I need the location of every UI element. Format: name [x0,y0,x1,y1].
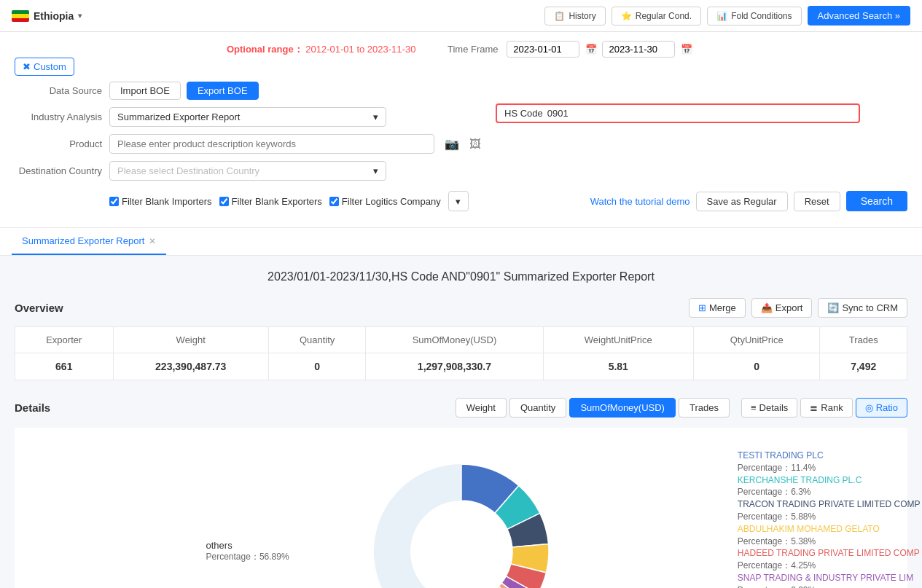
date-to-input[interactable] [602,41,675,58]
chevron-down-icon: ▾ [78,12,82,20]
source-buttons: Import BOE Export BOE [109,82,259,100]
overview-val-weight: 223,390,487.73 [113,353,268,380]
date-from-display [507,44,582,55]
donut-chart [352,442,571,588]
data-source-label: Data Source [15,85,102,96]
overview-col-trades: Trades [820,327,907,353]
history-icon: 📋 [554,11,565,21]
destination-select[interactable]: Please select Destination Country ▾ [109,161,386,181]
overview-val-exporter: 661 [15,353,114,380]
filter-logistics[interactable]: Filter Logitics Company [329,196,441,207]
chevron-down-icon: ▾ [373,111,378,122]
sync-crm-button[interactable]: 🔄 Sync to CRM [818,298,907,318]
product-label: Product [15,138,102,149]
overview-header: Overview ⊞ Merge 📤 Export 🔄 Sync to CRM [15,298,907,318]
legend-item: TESTI TRADING PLCPercentage：11.4% [738,450,921,474]
details-header: Details WeightQuantitySumOfMoney(USD)Tra… [15,398,907,418]
data-source-row: Data Source Import BOE Export BOE [15,82,481,100]
flag-icon [12,10,29,22]
chart-container: others Percentage：56.89% TESTI TRADING P… [15,428,907,588]
hs-code-label: HS Code [504,108,543,119]
optional-range-value: 2012-01-01 to 2023-11-30 [305,44,415,55]
chevron-down-icon: ▾ [373,165,378,176]
overview-val-quantity: 0 [268,353,365,380]
filters: Filter Blank Importers Filter Blank Expo… [109,191,469,211]
content-area: 2023/01/01-2023/11/30,HS Code AND"0901" … [0,256,922,588]
overview-val-sumofmoney-usd-: 1,297,908,330.7 [366,353,543,380]
tab-summarized-exporter[interactable]: Summarized Exporter Report ✕ [12,228,166,255]
report-title: 2023/01/01-2023/11/30,HS Code AND"0901" … [15,270,907,283]
legend-item: KERCHANSHE TRADING PL.CPercentage：6.3% [738,474,921,499]
export-button[interactable]: 📤 Export [751,298,813,318]
overview-val-weightunitprice: 5.81 [543,353,693,380]
product-row: Product 📷 🖼 [15,134,481,154]
overview-table: ExporterWeightQuantitySumOfMoney(USD)Wei… [15,326,907,380]
save-as-regular-button[interactable]: Save as Regular [696,192,788,211]
overview-col-sumofmoney-usd-: SumOfMoney(USD) [366,327,543,353]
import-boe-button[interactable]: Import BOE [109,82,181,100]
image-icon[interactable]: 🖼 [469,138,481,151]
metric-tab-weight[interactable]: Weight [456,398,507,418]
tab-close-icon[interactable]: ✕ [149,236,156,246]
rank-icon: ≣ [810,402,818,413]
product-input[interactable] [109,134,434,154]
view-tab-rank[interactable]: ≣ Rank [800,398,852,418]
custom-icon: ✖ [23,61,31,72]
view-tabs: ≡ Details≣ Rank◎ Ratio [741,398,907,418]
legend-item: TRACON TRADING PRIVATE LIMITED COMPPerce… [738,498,921,523]
overview-col-exporter: Exporter [15,327,114,353]
optional-range-label: Optional range： [227,44,303,55]
metric-tab-trades[interactable]: Trades [679,398,730,418]
destination-label: Destination Country [15,165,102,176]
industry-analysis-label: Industry Analysis [15,111,102,122]
overview-col-quantity: Quantity [268,327,365,353]
metric-tab-sumofmoney-usd-[interactable]: SumOfMoney(USD) [569,398,676,418]
expand-filters-button[interactable]: ▾ [448,191,469,211]
metric-tab-quantity[interactable]: Quantity [509,398,566,418]
regular-cond-button[interactable]: ⭐ Regular Cond. [612,7,701,26]
view-tab-details[interactable]: ≡ Details [741,398,797,418]
star-icon: ⭐ [621,11,632,21]
date-from-input[interactable] [507,41,579,58]
overview-val-qtyunitprice: 0 [693,353,820,380]
ratio-icon: ◎ [865,402,873,413]
filters-row: Filter Blank Importers Filter Blank Expo… [15,191,907,211]
overview-actions: ⊞ Merge 📤 Export 🔄 Sync to CRM [689,298,907,318]
details-title: Details [15,401,50,414]
merge-button[interactable]: ⊞ Merge [689,298,746,318]
time-frame-label: Time Frame [448,44,499,55]
filter-blank-importers[interactable]: Filter Blank Importers [109,196,212,207]
legend-item: HADEED TRADING PRIVATE LIMITED COMPPerce… [738,547,921,572]
legend-others: others Percentage：56.89% [206,540,289,563]
camera-icon[interactable]: 📷 [445,137,459,151]
overview-col-weightunitprice: WeightUnitPrice [543,327,693,353]
industry-analysis-row: Industry Analysis Summarized Exporter Re… [15,107,481,127]
topbar: Ethiopia ▾ 📋 History ⭐ Regular Cond. 📊 F… [0,0,922,32]
sync-icon: 🔄 [827,302,839,313]
hs-code-box: HS Code 0901 [496,103,860,123]
advanced-search-button[interactable]: Advanced Search » [808,6,910,26]
industry-analysis-select[interactable]: Summarized Exporter Report ▾ [109,107,386,127]
tutorial-link[interactable]: Watch the tutorial demo [590,196,690,207]
action-buttons: Watch the tutorial demo Save as Regular … [590,191,907,211]
overview-col-weight: Weight [113,327,268,353]
hs-code-value: 0901 [547,108,569,119]
view-tab-ratio[interactable]: ◎ Ratio [856,398,907,418]
export-icon: 📤 [761,302,773,313]
search-button[interactable]: Search [846,191,907,211]
reset-button[interactable]: Reset [794,192,840,211]
filter-blank-exporters[interactable]: Filter Blank Exporters [219,196,322,207]
export-boe-button[interactable]: Export BOE [187,82,259,100]
fold-conditions-button[interactable]: 📊 Fold Conditions [707,7,801,26]
history-button[interactable]: 📋 History [544,7,605,26]
custom-button[interactable]: ✖ Custom [15,58,74,76]
legend-item: ABDULHAKIM MOHAMED GELATOPercentage：5.38… [738,523,921,548]
chart-legend: TESTI TRADING PLCPercentage：11.4%KERCHAN… [738,450,921,588]
fold-icon: 📊 [716,11,727,21]
metric-tabs: WeightQuantitySumOfMoney(USD)Trades [456,398,730,418]
country-selector[interactable]: Ethiopia ▾ [12,10,82,22]
details-icon: ≡ [751,402,757,413]
date-to-display [602,44,678,55]
overview-col-qtyunitprice: QtyUnitPrice [693,327,820,353]
search-panel: Optional range： 2012-01-01 to 2023-11-30… [0,32,922,228]
